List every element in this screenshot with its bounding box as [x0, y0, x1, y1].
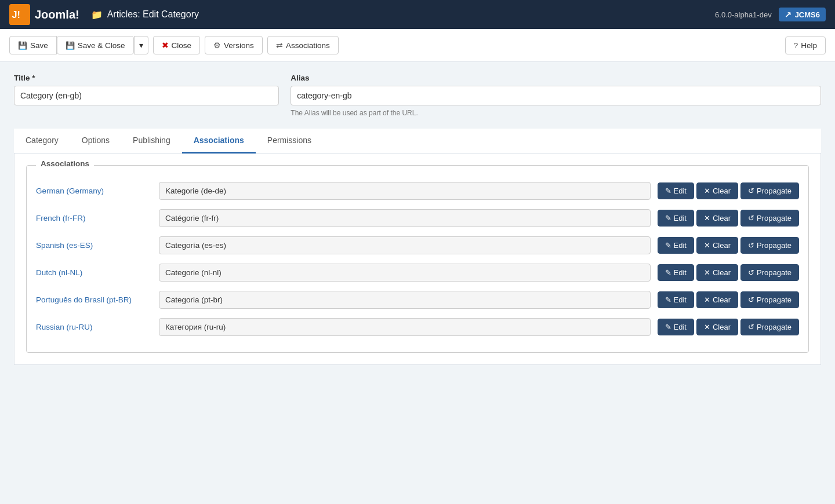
edit-icon: ✎ — [665, 323, 671, 331]
clear-label: Clear — [713, 214, 731, 222]
tab-permissions[interactable]: Permissions — [256, 129, 323, 154]
assoc-propagate-button-2[interactable]: ↺ Propagate — [740, 237, 799, 254]
save-close-button[interactable]: 💾 Save & Close — [57, 36, 134, 54]
close-button[interactable]: ✖ Close — [153, 36, 201, 54]
tabs-bar: Category Options Publishing Associations… — [14, 129, 821, 154]
x-icon: ✕ — [704, 295, 710, 304]
jcms-badge[interactable]: ↗ JCMS6 — [779, 8, 826, 21]
joomla-logo-icon: J! — [9, 4, 30, 25]
alias-input[interactable] — [291, 86, 821, 105]
version-label: 6.0.0-alpha1-dev — [715, 10, 772, 19]
versions-button[interactable]: ⚙ Versions — [205, 36, 263, 54]
assoc-actions-3: ✎ Edit ✕ Clear ↺ Propagate — [658, 264, 799, 281]
x-icon: ✕ — [704, 268, 710, 277]
toolbar-buttons: 💾 Save 💾 Save & Close ▾ ✖ Close ⚙ Versio… — [9, 36, 339, 54]
edit-label: Edit — [674, 241, 687, 250]
navbar: J! Joomla! 📁 Articles: Edit Category 6.0… — [0, 0, 835, 29]
x-icon: ✕ — [704, 241, 710, 250]
alias-group: Alias The Alias will be used as part of … — [291, 74, 821, 117]
propagate-icon: ↺ — [748, 323, 754, 331]
assoc-clear-button-4[interactable]: ✕ Clear — [696, 291, 738, 308]
svg-text:J!: J! — [12, 9, 20, 20]
edit-icon: ✎ — [665, 268, 671, 277]
assoc-input-4[interactable] — [159, 291, 651, 309]
associations-legend: Associations — [36, 159, 94, 168]
edit-icon: ✎ — [665, 295, 671, 304]
assoc-edit-button-3[interactable]: ✎ Edit — [658, 264, 694, 281]
assoc-edit-button-2[interactable]: ✎ Edit — [658, 237, 694, 254]
propagate-icon: ↺ — [748, 241, 754, 250]
assoc-propagate-button-5[interactable]: ↺ Propagate — [740, 319, 799, 335]
alias-hint: The Alias will be used as part of the UR… — [291, 109, 821, 117]
assoc-row: Spanish (es-ES) ✎ Edit ✕ Clear ↺ Propaga… — [36, 232, 799, 259]
clear-label: Clear — [713, 187, 731, 195]
assoc-input-3[interactable] — [159, 264, 651, 282]
assoc-propagate-button-1[interactable]: ↺ Propagate — [740, 210, 799, 227]
edit-label: Edit — [674, 268, 687, 277]
tab-publishing[interactable]: Publishing — [121, 129, 182, 154]
brand-name: Joomla! — [35, 8, 79, 21]
assoc-clear-button-5[interactable]: ✕ Clear — [696, 319, 738, 335]
tab-category[interactable]: Category — [14, 129, 70, 154]
propagate-label: Propagate — [757, 187, 792, 195]
assoc-edit-button-4[interactable]: ✎ Edit — [658, 291, 694, 308]
x-icon: ✕ — [704, 323, 710, 331]
propagate-label: Propagate — [757, 241, 792, 250]
assoc-edit-button-5[interactable]: ✎ Edit — [658, 319, 694, 335]
edit-label: Edit — [674, 187, 687, 195]
chevron-down-icon: ▾ — [139, 41, 143, 50]
associations-icon: ⇄ — [276, 41, 283, 50]
title-group: Title * — [14, 74, 279, 117]
assoc-row: French (fr-FR) ✎ Edit ✕ Clear ↺ Propagat… — [36, 204, 799, 232]
assoc-row: Português do Brasil (pt-BR) ✎ Edit ✕ Cle… — [36, 286, 799, 313]
assoc-clear-button-1[interactable]: ✕ Clear — [696, 210, 738, 227]
save-close-icon: 💾 — [66, 41, 75, 50]
edit-label: Edit — [674, 295, 687, 304]
form-row-title-alias: Title * Alias The Alias will be used as … — [14, 74, 821, 117]
edit-icon: ✎ — [665, 241, 671, 250]
propagate-label: Propagate — [757, 323, 792, 331]
save-button-group: 💾 Save 💾 Save & Close ▾ — [9, 36, 148, 54]
assoc-clear-button-2[interactable]: ✕ Clear — [696, 237, 738, 254]
page-title: Articles: Edit Category — [107, 9, 199, 20]
save-dropdown-button[interactable]: ▾ — [134, 36, 148, 54]
edit-icon: ✎ — [665, 214, 671, 222]
assoc-edit-button-1[interactable]: ✎ Edit — [658, 210, 694, 227]
edit-label: Edit — [674, 214, 687, 222]
clear-label: Clear — [713, 241, 731, 250]
assoc-input-5[interactable] — [159, 318, 651, 336]
assoc-clear-button-0[interactable]: ✕ Clear — [696, 182, 738, 199]
assoc-lang-label: Dutch (nl-NL) — [36, 268, 152, 277]
assoc-propagate-button-4[interactable]: ↺ Propagate — [740, 291, 799, 308]
title-input[interactable] — [14, 86, 279, 105]
brand[interactable]: J! Joomla! — [9, 4, 79, 25]
edit-label: Edit — [674, 323, 687, 331]
associations-rows-container: German (Germany) ✎ Edit ✕ Clear ↺ Propag… — [36, 177, 799, 341]
tab-options[interactable]: Options — [70, 129, 121, 154]
assoc-propagate-button-0[interactable]: ↺ Propagate — [740, 182, 799, 199]
assoc-input-0[interactable] — [159, 182, 651, 200]
assoc-row: Dutch (nl-NL) ✎ Edit ✕ Clear ↺ Propagate — [36, 259, 799, 286]
assoc-lang-label: Russian (ru-RU) — [36, 323, 152, 331]
assoc-lang-label: Português do Brasil (pt-BR) — [36, 295, 152, 304]
toolbar-right: ? Help — [785, 36, 826, 54]
save-button[interactable]: 💾 Save — [9, 36, 57, 54]
associations-toolbar-button[interactable]: ⇄ Associations — [267, 36, 339, 54]
toolbar: 💾 Save 💾 Save & Close ▾ ✖ Close ⚙ Versio… — [0, 29, 835, 62]
assoc-propagate-button-3[interactable]: ↺ Propagate — [740, 264, 799, 281]
navbar-right: 6.0.0-alpha1-dev ↗ JCMS6 — [715, 8, 826, 21]
associations-box: Associations German (Germany) ✎ Edit ✕ C… — [26, 165, 809, 353]
assoc-input-1[interactable] — [159, 209, 651, 227]
title-label: Title * — [14, 74, 279, 82]
help-button[interactable]: ? Help — [785, 36, 826, 54]
assoc-actions-0: ✎ Edit ✕ Clear ↺ Propagate — [658, 182, 799, 199]
x-icon: ✕ — [704, 187, 710, 195]
assoc-lang-label: Spanish (es-ES) — [36, 241, 152, 250]
assoc-input-2[interactable] — [159, 236, 651, 254]
assoc-row: German (Germany) ✎ Edit ✕ Clear ↺ Propag… — [36, 177, 799, 204]
tab-associations[interactable]: Associations — [182, 129, 256, 154]
assoc-actions-4: ✎ Edit ✕ Clear ↺ Propagate — [658, 291, 799, 308]
help-icon: ? — [794, 41, 798, 50]
assoc-edit-button-0[interactable]: ✎ Edit — [658, 182, 694, 199]
assoc-clear-button-3[interactable]: ✕ Clear — [696, 264, 738, 281]
